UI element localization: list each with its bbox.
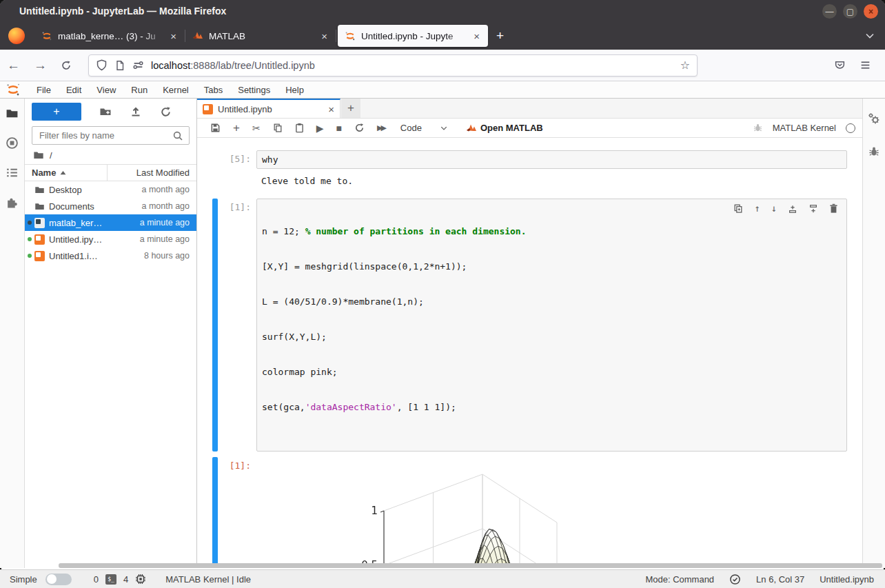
output-collapser-active[interactable]	[212, 457, 218, 568]
file-browser-tab folder-icon[interactable]	[6, 107, 19, 120]
file-row-desktop[interactable]: Desktop a month ago	[25, 181, 196, 198]
maximize-button[interactable]: ▢	[843, 4, 857, 19]
file-row-matlab-kernel-selected[interactable]: matlab_ker… a minute ago	[25, 214, 196, 231]
kernel-name[interactable]: MATLAB Kernel	[773, 123, 836, 133]
close-tab-icon[interactable]: ×	[328, 103, 334, 115]
url-bar[interactable]: localhost:8888/lab/tree/Untitled.ipynb ☆	[88, 54, 698, 77]
pocket-icon[interactable]	[827, 57, 853, 74]
list-all-tabs-button[interactable]	[864, 30, 875, 41]
url-text[interactable]: localhost:8888/lab/tree/Untitled.ipynb	[151, 60, 680, 71]
upload-icon[interactable]	[130, 105, 142, 118]
kernel-chip-icon[interactable]	[135, 574, 146, 585]
notebook-tab[interactable]: Untitled.ipynb ×	[197, 99, 340, 118]
breadcrumb[interactable]: /	[25, 146, 196, 164]
column-name[interactable]: Name	[32, 165, 108, 181]
search-icon	[172, 130, 183, 141]
new-notebook-tab-button[interactable]: +	[341, 99, 360, 118]
simple-mode-toggle[interactable]	[45, 574, 72, 585]
bookmark-star-icon[interactable]: ☆	[680, 59, 690, 72]
filter-files-text[interactable]	[38, 130, 172, 141]
matlab-membrane-surface-plot	[256, 457, 670, 568]
file-row-documents[interactable]: Documents a month ago	[25, 198, 196, 214]
insert-below-icon[interactable]	[808, 204, 818, 214]
menu-tabs[interactable]: Tabs	[196, 85, 230, 95]
tab-close-icon[interactable]: ×	[318, 30, 330, 42]
menu-edit[interactable]: Edit	[59, 85, 89, 95]
run-icon[interactable]: ▶	[310, 123, 330, 134]
menu-run[interactable]: Run	[123, 85, 155, 95]
status-bar: Simple 0 $_ 4 MATLAB Kernel | Idle Mode:…	[0, 569, 885, 588]
restart-kernel-icon[interactable]	[348, 123, 371, 133]
save-icon[interactable]	[204, 123, 227, 133]
new-tab-button[interactable]: +	[489, 27, 511, 45]
debugger-tab bug-icon[interactable]	[868, 145, 880, 158]
refresh-icon[interactable]	[160, 106, 172, 118]
firefox-icon[interactable]	[8, 28, 25, 44]
bug-icon[interactable]	[753, 123, 763, 133]
insert-above-icon[interactable]	[788, 204, 797, 214]
menu-hamburger-icon[interactable]	[853, 57, 878, 74]
move-down-icon[interactable]: ↓	[771, 203, 777, 214]
kernel-status[interactable]: MATLAB Kernel | Idle	[165, 574, 251, 585]
new-launcher-button plus-icon[interactable]: +	[32, 103, 81, 121]
filter-files-input[interactable]	[32, 126, 190, 145]
browser-tab-2[interactable]: MATLAB ×	[185, 25, 336, 47]
reload-button[interactable]	[54, 57, 79, 74]
cursor-position[interactable]: Ln 6, Col 37	[756, 574, 804, 585]
code-line: n = 12; % number of partitions in each d…	[262, 225, 842, 237]
permissions-sliders-icon[interactable]	[132, 59, 144, 71]
add-cell-icon[interactable]: +	[227, 121, 246, 135]
forward-button[interactable]: →	[27, 55, 54, 76]
menu-kernel[interactable]: Kernel	[155, 85, 196, 95]
menu-file[interactable]: File	[29, 85, 59, 95]
minimize-button[interactable]: —	[822, 4, 837, 19]
kernel-idle-circle-icon[interactable]	[846, 123, 855, 133]
code-cell-2-active[interactable]: [1]: n = 12; % number of partitions in e…	[212, 199, 847, 452]
cell-toolbar: ↑ ↓	[733, 203, 838, 214]
open-matlab-button[interactable]: Open MATLAB	[466, 123, 543, 134]
browser-tab-3-active[interactable]: Untitled.ipynb - Jupyte ×	[338, 25, 488, 47]
input-collapser-active[interactable]	[212, 199, 218, 452]
delete-cell-icon trash-icon[interactable]	[829, 203, 838, 214]
move-up-icon[interactable]: ↑	[754, 203, 760, 214]
menu-settings[interactable]: Settings	[230, 85, 278, 95]
cut-icon[interactable]: ✂	[246, 123, 267, 134]
page-icon[interactable]	[114, 60, 125, 71]
browser-tab-1[interactable]: matlab_kerne… (3) - Ju ×	[34, 25, 185, 47]
command-mode-indicator[interactable]: Mode: Command	[645, 574, 714, 585]
close-button[interactable]: ×	[864, 4, 878, 19]
menu-help[interactable]: Help	[278, 85, 312, 95]
file-row-untitled1[interactable]: Untitled1.i… 8 hours ago	[25, 247, 196, 264]
tab-close-icon[interactable]: ×	[167, 30, 179, 42]
copy-icon[interactable]	[267, 123, 289, 133]
shield-icon[interactable]	[96, 59, 108, 71]
output-collapser[interactable]	[212, 173, 218, 189]
window-titlebar[interactable]: Untitled.ipynb - JupyterLab — Mozilla Fi…	[0, 0, 885, 22]
paste-icon[interactable]	[289, 123, 310, 133]
back-button[interactable]: ←	[0, 55, 27, 76]
horizontal-scrollbar-thumb[interactable]	[59, 563, 882, 568]
cell-type-dropdown[interactable]: Code	[400, 123, 448, 133]
code-cell-1[interactable]: [5]: why	[212, 150, 847, 169]
breadcrumb-root[interactable]: /	[50, 150, 52, 161]
property-inspector-tab gears-icon[interactable]	[868, 112, 880, 125]
new-folder-icon[interactable]	[99, 105, 112, 118]
file-list-header: Name Last Modified	[25, 164, 196, 181]
extension-manager-tab puzzle-icon[interactable]	[6, 196, 19, 209]
duplicate-cell-icon[interactable]	[733, 203, 743, 214]
input-prompt: [5]:	[219, 150, 251, 169]
running-sessions-tab running-icon[interactable]	[6, 136, 19, 150]
home-folder-icon[interactable]	[33, 150, 44, 161]
run-all-icon[interactable]: ▶▶	[371, 123, 391, 132]
code-editor[interactable]: n = 12; % number of partitions in each d…	[256, 199, 847, 452]
stop-icon[interactable]: ■	[329, 123, 347, 134]
menu-view[interactable]: View	[89, 85, 123, 95]
code-editor[interactable]: why	[256, 150, 847, 169]
file-row-untitled[interactable]: Untitled.ipy… a minute ago	[25, 231, 196, 247]
terminal-icon[interactable]: $_	[105, 574, 116, 585]
notification-check-icon[interactable]	[729, 574, 741, 585]
column-last-modified[interactable]: Last Modified	[108, 168, 190, 178]
tab-close-icon[interactable]: ×	[471, 30, 482, 42]
input-collapser[interactable]	[212, 150, 218, 169]
table-of-contents-tab list-icon[interactable]	[6, 166, 19, 179]
